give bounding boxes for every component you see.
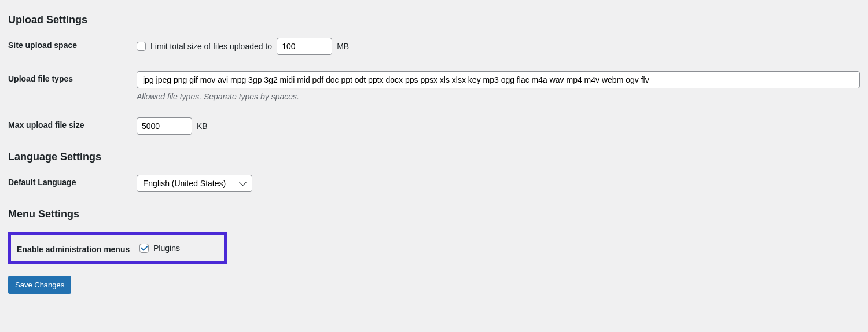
default-language-row: Default Language English (United States) (8, 175, 860, 192)
limit-total-unit: MB (337, 42, 349, 51)
limit-total-checkbox[interactable] (137, 42, 146, 51)
default-language-label: Default Language (8, 175, 137, 187)
enable-admin-menus-label: Enable administration menus (11, 242, 139, 254)
upload-file-types-help: Allowed file types. Separate types by sp… (137, 92, 299, 101)
max-upload-size-unit: KB (197, 121, 208, 131)
max-upload-size-row: Max upload file size KB (8, 117, 860, 135)
plugins-checkbox[interactable] (139, 244, 149, 253)
menu-settings-heading: Menu Settings (8, 208, 860, 220)
upload-file-types-label: Upload file types (8, 71, 137, 84)
upload-settings-heading: Upload Settings (8, 14, 860, 26)
site-upload-space-label: Site upload space (8, 38, 137, 50)
default-language-select[interactable]: English (United States) (137, 175, 252, 192)
upload-file-types-input[interactable] (137, 71, 860, 88)
limit-total-label: Limit total size of files uploaded to (150, 42, 272, 51)
language-settings-heading: Language Settings (8, 151, 860, 163)
save-changes-button[interactable]: Save Changes (8, 276, 71, 294)
max-upload-size-label: Max upload file size (8, 117, 137, 130)
limit-total-input[interactable] (277, 38, 332, 55)
max-upload-size-input[interactable] (137, 117, 192, 135)
enable-admin-menus-highlight: Enable administration menus Plugins (8, 232, 227, 264)
plugins-label: Plugins (153, 244, 180, 253)
upload-file-types-row: Upload file types Allowed file types. Se… (8, 71, 860, 101)
site-upload-space-row: Site upload space Limit total size of fi… (8, 38, 860, 55)
